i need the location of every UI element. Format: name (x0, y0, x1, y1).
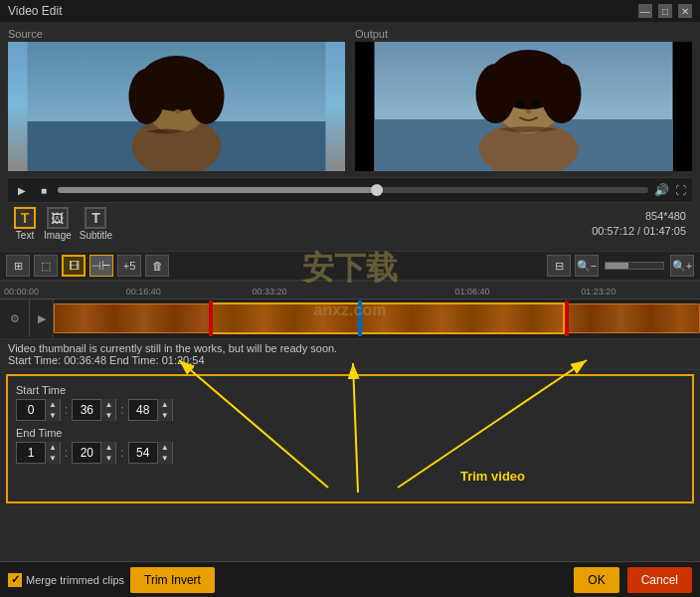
start-sec-spins: ▲ ▼ (157, 399, 172, 421)
sep4: : (120, 446, 123, 460)
start-min-spinbox[interactable]: ▲ ▼ (72, 399, 116, 421)
subtitle-tool[interactable]: T Subtitle (80, 207, 112, 241)
trim-end-handle[interactable] (565, 300, 569, 336)
tb-crop-btn[interactable]: ⬚ (34, 255, 58, 277)
play-button[interactable]: ▶ (14, 182, 30, 198)
image-icon: 🖼 (47, 207, 69, 229)
playback-bar: ▶ ■ 🔊 ⛶ (8, 177, 692, 202)
end-sec-input[interactable] (129, 446, 157, 460)
tb-plus5-btn[interactable]: +5 (117, 255, 141, 277)
cancel-button[interactable]: Cancel (627, 567, 692, 593)
start-min-up[interactable]: ▲ (101, 399, 115, 410)
timeline-area: 00:00:00 00:16:40 00:33:20 01:06:40 01:2… (0, 281, 700, 338)
annotation-area: Trim video (16, 464, 684, 494)
start-min-input[interactable] (73, 403, 100, 417)
preview-row: Source (8, 28, 692, 171)
window-title: Video Edit (8, 4, 63, 18)
bottom-left: ✓ Merge trimmed clips Trim Invert (8, 567, 215, 593)
start-sec-input[interactable] (129, 403, 157, 417)
text-label: Text (16, 230, 34, 241)
sep3: : (65, 446, 68, 460)
ok-button[interactable]: OK (574, 567, 618, 593)
title-bar-buttons: — □ ✕ (638, 4, 692, 18)
source-video-svg (8, 42, 345, 171)
image-tool[interactable]: 🖼 Image (44, 207, 72, 241)
end-sec-spinbox[interactable]: ▲ ▼ (128, 442, 173, 464)
end-sec-up[interactable]: ▲ (158, 442, 172, 453)
svg-point-16 (542, 64, 582, 123)
trim-invert-button[interactable]: Trim Invert (130, 567, 215, 593)
start-time-label: Start Time (16, 384, 71, 396)
start-sec-spinbox[interactable]: ▲ ▼ (128, 399, 173, 421)
minimize-button[interactable]: — (638, 4, 652, 18)
merge-label: Merge trimmed clips (26, 574, 124, 586)
sep2: : (120, 403, 123, 417)
start-sec-down[interactable]: ▼ (158, 410, 172, 421)
end-time-label: End Time (16, 427, 71, 439)
tb-split-btn[interactable]: ⊣⊢ (89, 255, 113, 277)
source-video (8, 42, 345, 171)
close-button[interactable]: ✕ (678, 4, 692, 18)
end-hour-spinbox[interactable]: ▲ ▼ (16, 442, 61, 464)
track-icon2: ▶ (30, 299, 54, 337)
output-label: Output (355, 28, 692, 40)
trim-form-section: Start Time ▲ ▼ : ▲ ▼ : ▲ (6, 374, 694, 503)
end-min-spins: ▲ ▼ (100, 442, 115, 464)
tb-fit-btn[interactable]: ⊟ (547, 255, 571, 277)
title-bar: Video Edit — □ ✕ (0, 0, 700, 22)
message-text: Video thumbnail is currently still in th… (8, 342, 692, 354)
start-hour-input[interactable] (17, 403, 45, 417)
end-hour-up[interactable]: ▲ (46, 442, 60, 453)
ruler-4: 01:23:20 (581, 287, 615, 297)
output-video (355, 42, 692, 171)
svg-point-8 (181, 100, 189, 109)
end-hour-spins: ▲ ▼ (45, 442, 60, 464)
end-min-input[interactable] (73, 446, 100, 460)
trim-start-handle[interactable] (209, 300, 213, 336)
start-hour-spinbox[interactable]: ▲ ▼ (16, 399, 61, 421)
track-play-symbol: ▶ (38, 312, 46, 325)
start-min-down[interactable]: ▼ (101, 410, 115, 421)
ruler-0: 00:00:00 (4, 287, 39, 297)
video-clip[interactable] (54, 303, 700, 333)
end-hour-down[interactable]: ▼ (46, 453, 60, 464)
timecode-text: 00:57:12 / 01:47:05 (592, 224, 686, 239)
progress-thumb[interactable] (371, 184, 383, 196)
tb-grid-btn[interactable]: ⊞ (6, 255, 30, 277)
start-hour-down[interactable]: ▼ (46, 410, 60, 421)
tb-delete-btn[interactable]: 🗑 (145, 255, 169, 277)
end-sec-down[interactable]: ▼ (158, 453, 172, 464)
ruler-2: 00:33:20 (252, 287, 286, 297)
end-hour-input[interactable] (17, 446, 45, 460)
tool-icons: T Text 🖼 Image T Subtitle (14, 207, 112, 241)
volume-icon[interactable]: 🔊 (654, 183, 669, 197)
res-time: 854*480 00:57:12 / 01:47:05 (592, 209, 686, 240)
start-hour-up[interactable]: ▲ (46, 399, 60, 410)
merge-checkbox-row: ✓ Merge trimmed clips (8, 573, 124, 587)
merge-checkbox[interactable]: ✓ (8, 573, 22, 587)
start-sec-up[interactable]: ▲ (158, 399, 172, 410)
end-min-down[interactable]: ▼ (101, 453, 115, 464)
end-min-up[interactable]: ▲ (101, 442, 115, 453)
output-video-svg (355, 42, 692, 171)
tb-zoom-in-btn[interactable]: 🔍+ (670, 255, 694, 277)
end-min-spinbox[interactable]: ▲ ▼ (72, 442, 116, 464)
svg-point-7 (166, 100, 174, 109)
maximize-button[interactable]: □ (658, 4, 672, 18)
svg-point-18 (533, 99, 541, 108)
timeline-ruler: 00:00:00 00:16:40 00:33:20 01:06:40 01:2… (0, 282, 700, 299)
playhead-handle[interactable] (358, 300, 362, 336)
sep1: : (65, 403, 68, 417)
fullscreen-icon[interactable]: ⛶ (675, 184, 686, 196)
resolution-text: 854*480 (592, 209, 686, 224)
svg-point-5 (129, 69, 165, 124)
text-tool[interactable]: T Text (14, 207, 36, 241)
text-icon: T (14, 207, 36, 229)
stop-button[interactable]: ■ (36, 182, 52, 198)
progress-bar[interactable] (58, 187, 648, 193)
end-time-row: End Time ▲ ▼ : ▲ ▼ : ▲ (16, 427, 684, 464)
bottom-bar: ✓ Merge trimmed clips Trim Invert OK Can… (0, 561, 700, 597)
tb-film-btn[interactable]: 🎞 (62, 255, 86, 277)
tb-zoom-out-btn[interactable]: 🔍− (575, 255, 599, 277)
timeline-toolbar: ⊞ ⬚ 🎞 ⊣⊢ +5 🗑 ⊟ 🔍− 🔍+ (0, 251, 700, 281)
